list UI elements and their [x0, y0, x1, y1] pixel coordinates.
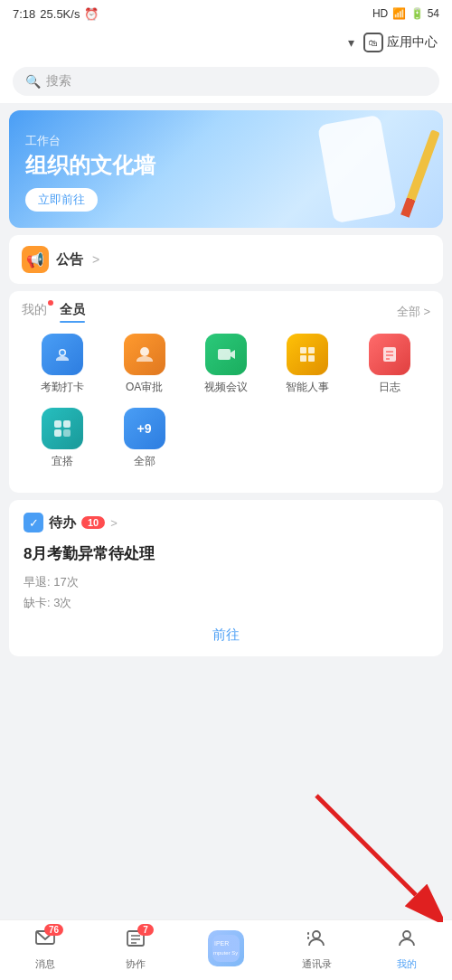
diary-icon [369, 334, 410, 375]
svg-rect-27 [307, 932, 309, 935]
svg-rect-23 [212, 935, 240, 962]
time: 7:18 [13, 7, 35, 21]
mine-icon [396, 928, 418, 955]
todo-detail-2: 缺卡: 3次 [24, 592, 428, 613]
todo-label: 待办 [49, 514, 76, 532]
search-icon: 🔍 [25, 74, 41, 89]
todo-icon: ✓ [24, 513, 43, 532]
more-icon: +9 [124, 408, 165, 449]
todo-title: 8月考勤异常待处理 [24, 543, 428, 564]
nav-center[interactable]: IPER mputer Sy [181, 928, 271, 971]
search-bar: 🔍 搜索 [0, 60, 452, 103]
message-icon: 76 [34, 928, 56, 955]
signal-icon: 📶 [392, 7, 406, 20]
app-hr[interactable]: 智能人事 [267, 334, 348, 395]
svg-rect-12 [54, 420, 61, 428]
oa-icon [124, 334, 165, 375]
battery-icon: 🔋 54 [410, 7, 439, 20]
nav-mine[interactable]: 我的 [362, 928, 452, 971]
status-right: HD 📶 🔋 54 [372, 7, 439, 20]
attendance-label: 考勤打卡 [41, 380, 84, 395]
banner[interactable]: 工作台 组织的文化墙 立即前往 [9, 110, 443, 228]
app-more[interactable]: +9 全部 [103, 408, 184, 469]
nav-message[interactable]: 76 消息 [0, 928, 90, 971]
banner-button[interactable]: 立即前往 [25, 188, 98, 212]
hd-icon: HD [372, 7, 388, 20]
red-arrow-overlay [298, 777, 443, 926]
banner-tag: 工作台 [25, 133, 155, 149]
collab-icon: 7 [125, 928, 146, 955]
diary-label: 日志 [379, 380, 400, 395]
todo-arrow: > [110, 516, 118, 530]
announce-icon: 📢 [22, 246, 49, 273]
phone-decoration [317, 115, 397, 223]
announce-arrow: > [92, 252, 99, 267]
bottom-nav: 76 消息 7 协作 [0, 919, 452, 980]
app-center-button[interactable]: 🛍 应用中心 [363, 33, 438, 52]
svg-rect-14 [54, 429, 61, 437]
attendance-icon [42, 334, 83, 375]
center-icon: IPER mputer Sy [208, 930, 244, 966]
collab-badge: 7 [137, 924, 154, 936]
svg-rect-4 [300, 347, 306, 353]
announcement-section[interactable]: 📢 公告 > [9, 235, 443, 284]
more-label: 全部 [134, 454, 155, 469]
todo-action: 前往 [24, 627, 428, 644]
svg-point-2 [140, 347, 149, 356]
svg-point-1 [61, 351, 65, 355]
svg-rect-15 [63, 429, 71, 437]
tab-dot [48, 300, 53, 306]
app-center-icon: 🛍 [363, 33, 383, 52]
search-input[interactable]: 🔍 搜索 [13, 67, 439, 96]
status-left: 7:18 25.5K/s ⏰ [13, 7, 99, 21]
app-center-label: 应用中心 [387, 34, 438, 51]
mine-label: 我的 [397, 957, 417, 971]
nav-contacts[interactable]: 通讯录 [271, 928, 362, 971]
tab-mine[interactable]: 我的 [22, 302, 47, 321]
todo-detail-1: 早退: 17次 [24, 571, 428, 592]
app-diary[interactable]: 日志 [349, 334, 430, 395]
nav-collab[interactable]: 7 协作 [90, 928, 181, 971]
contacts-label: 通讯录 [302, 957, 332, 971]
svg-point-29 [403, 931, 410, 938]
yida-icon [42, 408, 83, 449]
video-label: 视频会议 [204, 380, 248, 395]
message-badge: 76 [44, 924, 63, 936]
svg-rect-3 [218, 349, 231, 360]
chevron-down-icon: ▾ [348, 35, 354, 50]
pencil-decoration [400, 129, 440, 217]
status-bar: 7:18 25.5K/s ⏰ HD 📶 🔋 54 [0, 0, 452, 27]
apps-tabs: 我的 全员 全部 > [22, 302, 430, 321]
tab-more[interactable]: 全部 > [397, 304, 430, 320]
announce-label: 公告 [56, 251, 83, 269]
dropdown-button[interactable]: ▾ [348, 35, 354, 50]
todo-details: 早退: 17次 缺卡: 3次 [24, 571, 428, 614]
svg-line-17 [316, 796, 416, 895]
svg-rect-28 [307, 937, 309, 939]
app-video[interactable]: 视频会议 [185, 334, 267, 395]
network-speed: 25.5K/s [40, 7, 80, 21]
banner-text: 工作台 组织的文化墙 立即前往 [25, 133, 155, 212]
svg-rect-7 [308, 355, 315, 362]
app-oa[interactable]: OA审批 [103, 334, 184, 395]
svg-point-26 [313, 931, 320, 938]
tab-all[interactable]: 全员 [60, 302, 85, 321]
top-nav: ▾ 🛍 应用中心 [0, 27, 452, 60]
search-placeholder: 搜索 [46, 73, 71, 90]
hr-icon [287, 334, 328, 375]
apps-section: 我的 全员 全部 > 考勤打卡 [9, 291, 443, 493]
message-label: 消息 [35, 957, 55, 971]
svg-rect-13 [63, 420, 71, 428]
apps-grid: 考勤打卡 OA审批 视频会议 [22, 334, 430, 482]
app-yida[interactable]: 宜搭 [22, 408, 103, 469]
oa-label: OA审批 [126, 380, 163, 395]
alarm-icon: ⏰ [84, 7, 99, 21]
todo-action-button[interactable]: 前往 [212, 627, 240, 642]
collab-label: 协作 [126, 957, 146, 971]
yida-label: 宜搭 [52, 454, 73, 469]
todo-section: ✓ 待办 10 > 8月考勤异常待处理 早退: 17次 缺卡: 3次 前往 [9, 500, 443, 656]
todo-header: ✓ 待办 10 > [24, 513, 428, 532]
app-attendance[interactable]: 考勤打卡 [22, 334, 103, 395]
svg-rect-5 [308, 347, 315, 353]
contacts-icon [306, 928, 327, 955]
